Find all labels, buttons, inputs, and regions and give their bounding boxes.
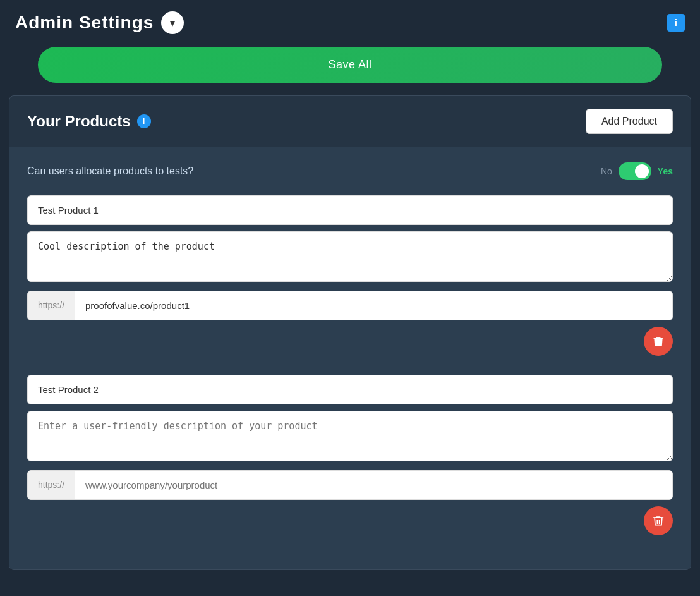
card-title-group: Your Products i	[27, 113, 151, 130]
info-icon-header[interactable]: i	[667, 14, 685, 32]
toggle-slider	[619, 162, 651, 180]
chevron-down-icon[interactable]: ▾	[161, 11, 184, 34]
product-1-delete-row	[27, 327, 673, 356]
allocate-toggle[interactable]	[619, 162, 651, 180]
card-header: Your Products i Add Product	[9, 96, 691, 147]
add-product-button[interactable]: Add Product	[586, 109, 673, 134]
header-left: Admin Settings ▾	[15, 11, 184, 34]
toggle-question: Can users allocate products to tests?	[27, 166, 193, 177]
product-2-delete-button[interactable]	[644, 506, 673, 535]
product-2-url-prefix: https://	[28, 471, 75, 499]
product-2-name-input[interactable]	[27, 375, 673, 404]
info-icon-products[interactable]: i	[137, 114, 151, 128]
save-all-button[interactable]: Save All	[38, 47, 662, 83]
products-card: Your Products i Add Product Can users al…	[9, 95, 691, 570]
product-block-2: https://	[27, 375, 673, 535]
toggle-no-label: No	[601, 166, 612, 176]
toggle-yes-label: Yes	[658, 166, 673, 176]
product-1-url-prefix: https://	[28, 291, 75, 320]
product-2-url-input[interactable]	[75, 471, 672, 499]
trash-icon-2	[652, 514, 665, 527]
product-1-name-input[interactable]	[27, 195, 673, 225]
page-title: Admin Settings	[15, 13, 154, 33]
product-1-url-group: https://	[27, 291, 673, 320]
product-2-desc-textarea[interactable]	[27, 411, 673, 461]
product-2-url-group: https://	[27, 470, 673, 500]
card-title: Your Products	[27, 113, 131, 130]
product-1-desc-textarea[interactable]: Cool description of the product	[27, 231, 673, 282]
card-body: Can users allocate products to tests? No…	[9, 147, 691, 569]
app-header: Admin Settings ▾ i	[0, 0, 700, 40]
save-all-section: Save All	[0, 40, 700, 95]
product-1-url-input[interactable]	[75, 291, 672, 320]
toggle-group: No Yes	[601, 162, 673, 180]
product-block-1: Cool description of the product https://	[27, 195, 673, 356]
product-1-delete-button[interactable]	[644, 327, 673, 356]
trash-icon	[652, 335, 665, 348]
product-2-delete-row	[27, 506, 673, 535]
toggle-row: Can users allocate products to tests? No…	[27, 162, 673, 180]
